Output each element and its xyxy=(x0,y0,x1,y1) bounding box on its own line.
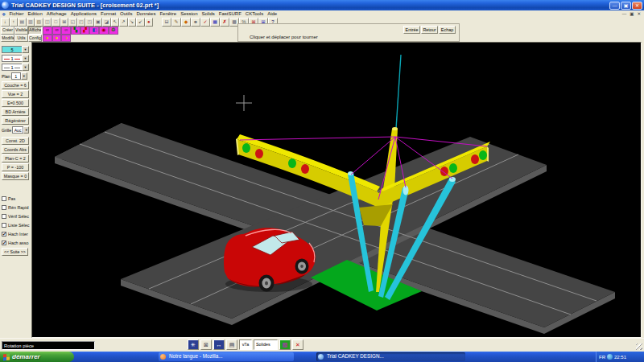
language-indicator[interactable]: FR xyxy=(599,355,605,360)
delete-red-icon[interactable]: ✗ xyxy=(220,18,229,27)
circle-icon[interactable]: ● xyxy=(52,35,62,43)
mode-button[interactable]: Utils xyxy=(14,35,28,43)
panel-button[interactable]: Const. 2D xyxy=(2,137,29,145)
panel-button[interactable]: Régénérer xyxy=(2,117,29,125)
panel-button[interactable]: Masque = 0 xyxy=(2,172,29,180)
version-button[interactable]: v7a xyxy=(239,339,252,350)
zoom-reset-icon[interactable]: ⊠ xyxy=(200,339,212,350)
zoom-window-icon[interactable]: ⊠ xyxy=(60,18,69,27)
mdi-minimize-button[interactable]: — xyxy=(622,11,627,16)
shade-icon[interactable]: ◧ xyxy=(89,27,99,35)
checkbox-row[interactable]: ✔ Pas xyxy=(2,194,29,203)
solids-dropdown[interactable]: Solides xyxy=(254,339,278,350)
chevron-down-icon[interactable]: ▼ xyxy=(22,64,29,71)
panel-button[interactable]: BD Arrière xyxy=(2,108,29,116)
grid-blue-icon[interactable]: ▦ xyxy=(210,18,220,27)
back-button[interactable]: Retour xyxy=(421,26,438,34)
menu-item[interactable]: Données xyxy=(136,11,155,16)
menu-item[interactable]: Outils xyxy=(120,11,132,16)
menu-item[interactable]: Format xyxy=(101,11,116,16)
checkbox-row[interactable]: ✔ Vérif Sélec xyxy=(2,212,29,220)
panel-button[interactable]: Couche = 6 xyxy=(2,81,29,89)
menu-item[interactable]: Affichage xyxy=(47,11,67,16)
pan-view-icon[interactable]: ↔ xyxy=(213,339,225,350)
color-combo[interactable]: 5 ▼ xyxy=(2,46,31,53)
resize-grip[interactable] xyxy=(636,343,642,350)
line-width-combo[interactable]: 1 ▼ xyxy=(2,64,31,71)
enter-button[interactable]: Entrée xyxy=(403,26,420,34)
eye-icon[interactable]: ∞ xyxy=(43,27,52,35)
window-icon[interactable]: □ xyxy=(52,18,60,27)
checkbox-row[interactable]: ✔ Rén Rapid xyxy=(2,203,29,212)
select-arrow-icon[interactable]: ↖ xyxy=(111,18,120,27)
stop-icon[interactable]: ● xyxy=(145,18,154,27)
checkbox-row[interactable]: ✔ Liste Sélec xyxy=(2,220,29,229)
line-style-combo[interactable]: 1 ▼ xyxy=(2,55,31,62)
menu-item[interactable]: Aide xyxy=(267,11,277,16)
view-axes-icon[interactable]: ✳ xyxy=(188,339,199,350)
layers-icon[interactable]: ▚ xyxy=(71,27,80,35)
status-input[interactable]: Rotation pièce xyxy=(2,341,95,350)
panel-button[interactable]: Plan-C = 2 xyxy=(2,154,29,162)
menu-item[interactable]: CKTools xyxy=(246,11,263,16)
dot-icon[interactable]: ◉ xyxy=(99,27,109,35)
panel-button[interactable]: Vue = 2 xyxy=(2,90,29,98)
checkbox[interactable]: ✔ xyxy=(2,214,6,219)
mode-button[interactable]: Visible xyxy=(14,27,28,35)
mode-button[interactable]: Config xyxy=(28,35,42,43)
restore-button[interactable]: ▣ xyxy=(621,2,631,10)
mode-button[interactable]: Modifier xyxy=(1,35,14,43)
eye2-icon[interactable]: ∞ xyxy=(52,27,62,35)
menu-item[interactable]: Fenêtre xyxy=(159,11,176,16)
grille-value[interactable]: Auc xyxy=(12,126,23,134)
viewport-3d[interactable] xyxy=(31,42,642,338)
suite-button[interactable]: << Suite >> xyxy=(2,248,28,256)
minimize-button[interactable]: — xyxy=(609,2,620,10)
mode-button[interactable]: Affiche xyxy=(28,27,42,35)
erase-icon[interactable]: ⊟ xyxy=(162,18,171,27)
checkbox-row[interactable]: ✔ Hach Inter xyxy=(2,229,29,238)
delete-view-icon[interactable]: ✕ xyxy=(292,339,303,350)
checkbox[interactable]: ✔ xyxy=(2,232,6,237)
mode-button[interactable]: Créer xyxy=(1,27,14,35)
star-icon[interactable]: ❂ xyxy=(109,27,118,35)
panel-button[interactable]: Coords Abs xyxy=(2,146,29,154)
pane-icon[interactable]: ▣ xyxy=(94,18,103,27)
mdi-close-button[interactable]: ✕ xyxy=(637,11,641,16)
checkbox[interactable]: ✔ xyxy=(2,196,6,201)
fill-icon[interactable]: ▞ xyxy=(80,27,90,35)
start-button[interactable]: démarrer xyxy=(0,352,74,362)
plan-value[interactable]: 1 xyxy=(11,72,21,80)
taskbar-item-cadkey[interactable]: Trial CADKEY DESIGN... xyxy=(316,352,465,361)
menu-item[interactable]: Session xyxy=(180,11,197,16)
orbit-arrow-icon[interactable]: ↙ xyxy=(136,18,145,27)
print-icon[interactable]: ▥ xyxy=(27,18,35,27)
checkbox[interactable]: ✔ xyxy=(2,241,6,245)
panel-button[interactable]: P = -100 xyxy=(2,163,29,171)
checkbox[interactable]: ✔ xyxy=(2,205,6,210)
blob-icon[interactable]: ● xyxy=(43,35,52,43)
palette-icon[interactable]: ▧ xyxy=(279,339,291,350)
chevron-down-icon[interactable]: ▼ xyxy=(22,55,29,62)
tile-view-icon[interactable]: ◳ xyxy=(85,18,94,27)
verify-icon[interactable]: ✓ xyxy=(200,18,210,27)
checkbox[interactable]: ✔ xyxy=(2,223,6,228)
corner-view-icon[interactable]: ◪ xyxy=(102,18,111,27)
menu-item[interactable]: FastSURF xyxy=(219,11,242,16)
viewport-icon[interactable]: ◫ xyxy=(43,18,52,27)
up-arrow-icon[interactable]: ↑ xyxy=(10,18,19,27)
view-top-icon[interactable]: ◰ xyxy=(77,18,86,27)
lamp-icon[interactable]: ◑ xyxy=(61,35,71,43)
mask-icon[interactable]: ☻ xyxy=(191,18,200,27)
eye3-icon[interactable]: ∞ xyxy=(61,27,71,35)
mdi-restore-button[interactable]: ▣ xyxy=(630,11,634,16)
chevron-down-icon[interactable]: ▼ xyxy=(21,72,27,80)
menu-item[interactable]: Applications xyxy=(71,11,97,16)
close-button[interactable]: ✕ xyxy=(632,2,642,10)
open-icon[interactable]: ▧ xyxy=(35,18,43,27)
down-arrow-icon[interactable]: ↓ xyxy=(1,18,10,27)
taskbar-item-mozilla[interactable]: Notre langue - Mozilla... xyxy=(159,352,294,361)
chevron-down-icon[interactable]: ▼ xyxy=(22,46,29,53)
panel-button[interactable]: E=0.500 xyxy=(2,99,29,107)
save-view-icon[interactable]: ▤ xyxy=(226,339,237,350)
